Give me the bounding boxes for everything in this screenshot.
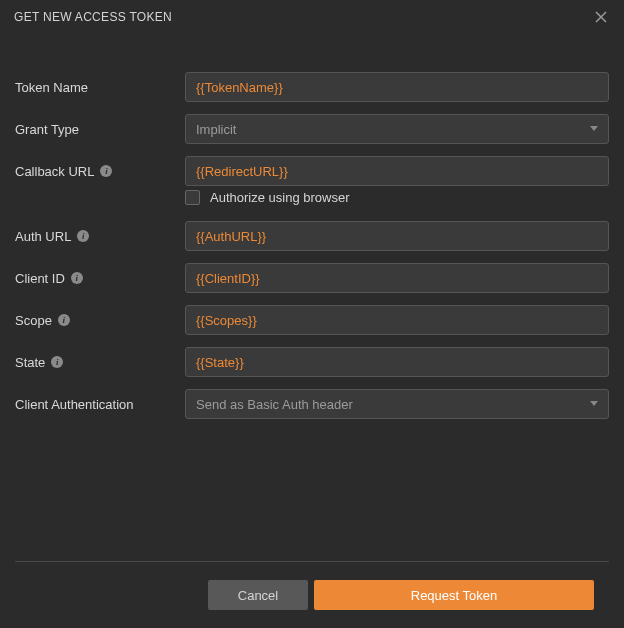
- row-grant-type: Grant Type Implicit: [15, 114, 609, 144]
- client-id-input[interactable]: [185, 263, 609, 293]
- field-auth-url: [185, 221, 609, 251]
- field-token-name: [185, 72, 609, 102]
- request-token-button[interactable]: Request Token: [314, 580, 594, 610]
- label-token-name: Token Name: [15, 80, 185, 95]
- info-icon[interactable]: i: [77, 230, 89, 242]
- dialog-footer: Cancel Request Token: [15, 561, 609, 628]
- row-auth-url: Auth URL i: [15, 221, 609, 251]
- select-value: Send as Basic Auth header: [196, 397, 353, 412]
- label-text: Grant Type: [15, 122, 79, 137]
- label-text: Scope: [15, 313, 52, 328]
- field-state: [185, 347, 609, 377]
- label-text: Callback URL: [15, 164, 94, 179]
- select-value: Implicit: [196, 122, 236, 137]
- grant-type-select[interactable]: Implicit: [185, 114, 609, 144]
- info-icon[interactable]: i: [71, 272, 83, 284]
- label-client-auth: Client Authentication: [15, 397, 185, 412]
- row-callback-url: Callback URL i: [15, 156, 609, 186]
- cancel-button[interactable]: Cancel: [208, 580, 308, 610]
- chevron-down-icon: [590, 125, 598, 133]
- row-token-name: Token Name: [15, 72, 609, 102]
- row-client-auth: Client Authentication Send as Basic Auth…: [15, 389, 609, 419]
- row-authorize-browser: Authorize using browser: [185, 190, 609, 205]
- field-scope: [185, 305, 609, 335]
- label-callback-url: Callback URL i: [15, 164, 185, 179]
- field-grant-type: Implicit: [185, 114, 609, 144]
- info-icon[interactable]: i: [51, 356, 63, 368]
- dialog-title: GET NEW ACCESS TOKEN: [14, 10, 172, 24]
- authorize-browser-checkbox[interactable]: [185, 190, 200, 205]
- close-icon: [595, 11, 607, 23]
- token-name-input[interactable]: [185, 72, 609, 102]
- label-client-id: Client ID i: [15, 271, 185, 286]
- label-text: Auth URL: [15, 229, 71, 244]
- client-auth-select[interactable]: Send as Basic Auth header: [185, 389, 609, 419]
- label-grant-type: Grant Type: [15, 122, 185, 137]
- info-icon[interactable]: i: [100, 165, 112, 177]
- label-auth-url: Auth URL i: [15, 229, 185, 244]
- dialog-header: GET NEW ACCESS TOKEN: [0, 0, 624, 32]
- row-state: State i: [15, 347, 609, 377]
- label-state: State i: [15, 355, 185, 370]
- field-client-id: [185, 263, 609, 293]
- scope-input[interactable]: [185, 305, 609, 335]
- chevron-down-icon: [590, 400, 598, 408]
- field-callback-url: [185, 156, 609, 186]
- close-button[interactable]: [592, 8, 610, 26]
- label-scope: Scope i: [15, 313, 185, 328]
- form-body: Token Name Grant Type Implicit Cal: [0, 32, 624, 561]
- label-text: Client ID: [15, 271, 65, 286]
- label-text: Token Name: [15, 80, 88, 95]
- row-scope: Scope i: [15, 305, 609, 335]
- auth-url-input[interactable]: [185, 221, 609, 251]
- label-text: State: [15, 355, 45, 370]
- label-text: Client Authentication: [15, 397, 134, 412]
- authorize-browser-label: Authorize using browser: [210, 190, 349, 205]
- info-icon[interactable]: i: [58, 314, 70, 326]
- field-client-auth: Send as Basic Auth header: [185, 389, 609, 419]
- oauth-token-dialog: GET NEW ACCESS TOKEN Token Name Grant Ty…: [0, 0, 624, 628]
- callback-url-input[interactable]: [185, 156, 609, 186]
- state-input[interactable]: [185, 347, 609, 377]
- row-client-id: Client ID i: [15, 263, 609, 293]
